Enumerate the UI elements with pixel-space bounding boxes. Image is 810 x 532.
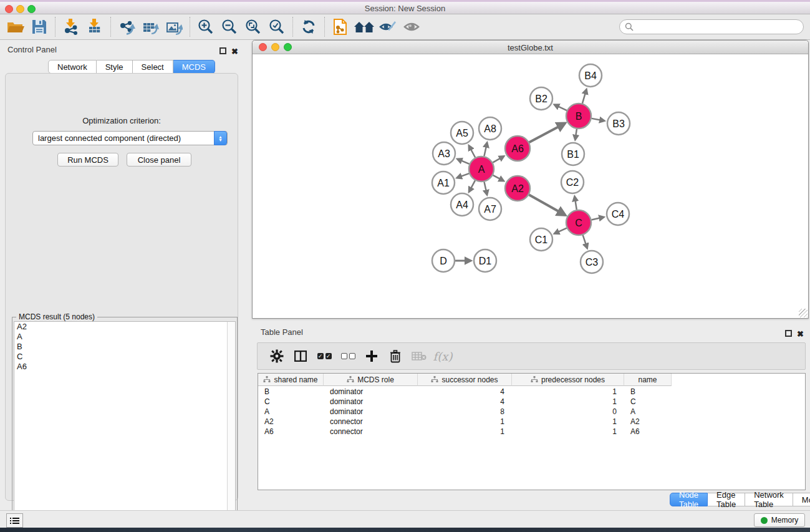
mcds-result-item[interactable]: C (14, 352, 235, 362)
function-builder-button[interactable]: f(x) (431, 345, 455, 367)
edge-B-B2[interactable] (554, 105, 567, 110)
table-settings-button[interactable] (265, 345, 289, 367)
tab-mcds[interactable]: MCDS (173, 60, 215, 74)
edge-B-B1[interactable] (575, 129, 577, 140)
node-A2[interactable]: A2 (505, 176, 530, 201)
export-network-button[interactable] (115, 16, 138, 37)
resize-grip[interactable] (799, 309, 808, 317)
node-A8[interactable]: A8 (479, 117, 501, 140)
edge-B-B4[interactable] (582, 89, 587, 104)
column-header-name[interactable]: name (624, 374, 672, 386)
import-table-button[interactable] (83, 16, 107, 37)
cell-shared-name[interactable]: A (258, 407, 324, 417)
cell-successor-nodes[interactable]: 4 (418, 387, 512, 397)
hide-selected-button[interactable] (376, 16, 400, 37)
memory-button[interactable]: Memory (754, 513, 805, 527)
node-A4[interactable]: A4 (451, 193, 473, 216)
table-row[interactable]: Bdominator41B (258, 387, 672, 397)
cell-name[interactable]: B (624, 387, 672, 397)
node-C4[interactable]: C4 (607, 203, 629, 225)
node-A[interactable]: A (469, 157, 494, 181)
tab-network[interactable]: Network (48, 60, 97, 74)
tab-node-table[interactable]: Node Table (670, 493, 708, 506)
column-header-shared-name[interactable]: shared name (258, 374, 324, 386)
edge-A-A2[interactable] (493, 175, 504, 181)
export-table-button[interactable] (138, 16, 162, 37)
tab-motifs[interactable]: Motifs (793, 493, 810, 506)
node-B[interactable]: B (566, 104, 591, 128)
network-canvas[interactable]: B4B2BB3A5A8A6A3B1AA1C2A2A4A7C4CC1C3DD1 (253, 54, 808, 317)
cell-name[interactable]: A6 (624, 427, 672, 437)
cell-predecessor-nodes[interactable]: 1 (512, 417, 624, 427)
edge-A-A3[interactable] (457, 159, 469, 164)
node-A7[interactable]: A7 (479, 198, 501, 220)
tab-style[interactable]: Style (97, 60, 133, 74)
float-table-panel-button[interactable] (785, 328, 792, 339)
zoom-selected-button[interactable] (265, 16, 289, 37)
node-A6[interactable]: A6 (505, 136, 530, 161)
edge-B-B3[interactable] (592, 118, 605, 121)
cell-name[interactable]: A (624, 407, 672, 417)
mcds-result-item[interactable]: A2 (14, 322, 235, 332)
export-image-button[interactable] (162, 16, 186, 37)
search-field[interactable] (619, 19, 804, 34)
edge-C-C2[interactable] (574, 196, 576, 210)
zoom-in-button[interactable] (194, 16, 218, 37)
cell-shared-name[interactable]: B (258, 387, 324, 397)
edge-A-A4[interactable] (469, 180, 475, 191)
edge-A-A7[interactable] (484, 182, 487, 195)
cell-predecessor-nodes[interactable]: 0 (512, 407, 624, 417)
cell-MCDS-role[interactable]: dominator (324, 397, 418, 407)
mcds-list-scrollbar[interactable] (227, 322, 235, 527)
edge-A-A5[interactable] (469, 145, 475, 157)
node-B1[interactable]: B1 (562, 143, 584, 165)
table-row[interactable]: A2connector11A2 (258, 417, 672, 427)
column-header-successor-nodes[interactable]: successor nodes (418, 374, 512, 386)
cell-name[interactable]: C (624, 397, 672, 407)
node-A1[interactable]: A1 (432, 172, 455, 194)
node-B4[interactable]: B4 (579, 64, 602, 87)
network-window-titlebar[interactable]: testGlobe.txt (253, 41, 808, 54)
refresh-button[interactable] (297, 16, 321, 37)
deselect-all-columns-button[interactable] (336, 345, 360, 367)
table-row[interactable]: A6connector11A6 (258, 427, 672, 437)
cell-name[interactable]: A2 (624, 417, 672, 427)
edge-A6-B[interactable] (529, 123, 565, 142)
network-from-file-button[interactable] (329, 16, 352, 37)
node-C3[interactable]: C3 (581, 251, 603, 273)
run-mcds-button[interactable]: Run MCDS (57, 153, 118, 167)
column-header-MCDS-role[interactable]: MCDS role (324, 374, 418, 386)
criterion-dropdown[interactable]: largest connected component (directed) ▲… (32, 131, 228, 145)
delete-table-button[interactable] (407, 345, 431, 367)
mcds-result-item[interactable]: A (14, 332, 235, 342)
home-button[interactable] (352, 16, 376, 37)
node-C2[interactable]: C2 (561, 171, 584, 193)
cell-predecessor-nodes[interactable]: 1 (512, 427, 624, 437)
mcds-result-list[interactable]: A2ABCA6 (14, 321, 236, 528)
cell-MCDS-role[interactable]: dominator (324, 387, 418, 397)
edge-A-A8[interactable] (484, 142, 487, 156)
edge-A-A1[interactable] (457, 173, 470, 178)
cell-shared-name[interactable]: C (258, 397, 324, 407)
cell-MCDS-role[interactable]: dominator (324, 407, 418, 417)
mcds-result-item[interactable]: B (14, 342, 235, 352)
cell-successor-nodes[interactable]: 1 (418, 427, 512, 437)
cell-predecessor-nodes[interactable]: 1 (512, 397, 624, 407)
edge-A-A6[interactable] (493, 156, 504, 162)
edge-C-C4[interactable] (591, 217, 604, 220)
show-all-button[interactable] (400, 16, 423, 37)
cell-shared-name[interactable]: A2 (258, 417, 324, 427)
tab-network-table[interactable]: Network Table (745, 493, 793, 506)
close-panel-button[interactable]: ✖ (231, 46, 238, 57)
zoom-out-button[interactable] (218, 16, 241, 37)
node-B3[interactable]: B3 (607, 112, 630, 135)
node-A3[interactable]: A3 (433, 142, 455, 165)
close-table-panel-button[interactable]: ✖ (797, 328, 804, 339)
create-column-button[interactable] (360, 345, 383, 367)
select-all-columns-button[interactable]: ✓✓ (312, 345, 336, 367)
node-D[interactable]: D (432, 249, 455, 272)
save-session-button[interactable] (27, 16, 51, 37)
tab-select[interactable]: Select (133, 60, 173, 74)
search-input[interactable] (634, 22, 803, 31)
column-header-predecessor-nodes[interactable]: predecessor nodes (512, 374, 624, 386)
